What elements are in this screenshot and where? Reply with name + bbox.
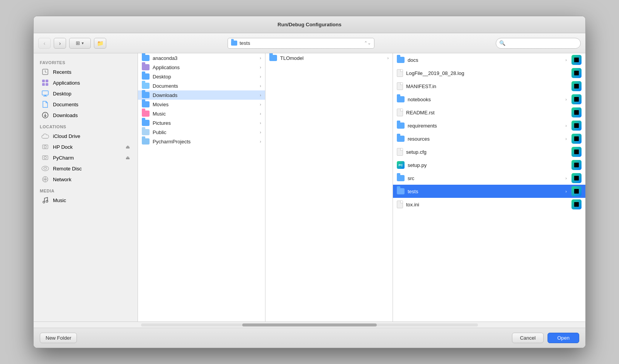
cancel-button[interactable]: Cancel bbox=[512, 333, 544, 343]
sidebar-item-recents[interactable]: Recents bbox=[35, 66, 136, 77]
svg-point-16 bbox=[42, 166, 49, 171]
list-item[interactable]: anaconda3 › bbox=[138, 53, 265, 63]
pycharm-badge-icon bbox=[571, 186, 582, 196]
item-label: Public bbox=[153, 129, 257, 135]
sidebar-icloud-label: iCloud Drive bbox=[53, 133, 80, 139]
search-input[interactable] bbox=[507, 40, 577, 46]
sidebar: Favorites Recents Applications Desktop bbox=[34, 53, 138, 321]
list-item[interactable]: setup.cfg bbox=[393, 145, 585, 158]
item-label: setup.py bbox=[408, 162, 567, 168]
pycharm-eject-icon[interactable]: ⏏ bbox=[126, 155, 130, 160]
item-label: Applications bbox=[153, 65, 257, 70]
folder-icon bbox=[142, 101, 150, 107]
item-label: resources bbox=[408, 136, 562, 142]
chevron-right-icon: › bbox=[260, 56, 261, 60]
list-item[interactable]: PC setup.py bbox=[393, 158, 585, 172]
toolbar: ‹ › ⊞ ▼ 📁 tests ⌃⌄ 🔍 bbox=[34, 33, 585, 53]
sidebar-item-music[interactable]: Music bbox=[35, 195, 136, 206]
list-item[interactable]: requirements › bbox=[393, 119, 585, 132]
list-item[interactable]: Applications › bbox=[138, 63, 265, 72]
folder-icon bbox=[269, 55, 277, 61]
list-item[interactable]: Downloads › bbox=[138, 90, 265, 100]
folder-icon bbox=[397, 57, 405, 63]
sidebar-downloads-label: Downloads bbox=[53, 112, 78, 118]
recents-icon bbox=[41, 68, 49, 76]
item-label: src bbox=[408, 175, 562, 181]
item-label: requirements bbox=[408, 123, 562, 129]
sidebar-item-documents[interactable]: Documents bbox=[35, 99, 136, 110]
item-label: Pictures bbox=[153, 120, 257, 126]
chevron-right-icon: › bbox=[260, 121, 261, 125]
list-item[interactable]: Public › bbox=[138, 128, 265, 137]
list-item[interactable]: README.rst bbox=[393, 106, 585, 119]
item-label: Music bbox=[153, 111, 257, 117]
sidebar-item-icloud[interactable]: iCloud Drive bbox=[35, 131, 136, 141]
list-item[interactable]: TLOmodel › bbox=[265, 53, 393, 63]
open-button[interactable]: Open bbox=[548, 333, 579, 343]
location-picker[interactable]: tests ⌃⌄ bbox=[228, 38, 374, 49]
forward-button[interactable]: › bbox=[54, 38, 66, 49]
back-button[interactable]: ‹ bbox=[38, 38, 51, 49]
list-item[interactable]: notebooks › bbox=[393, 93, 585, 106]
item-label: PycharmProjects bbox=[153, 139, 257, 145]
view-toggle-button[interactable]: ⊞ ▼ bbox=[69, 38, 91, 49]
chevron-right-icon: › bbox=[565, 58, 567, 62]
item-label: MANIFEST.in bbox=[406, 83, 567, 89]
location-arrows-icon: ⌃⌄ bbox=[364, 41, 371, 46]
chevron-right-icon: › bbox=[565, 176, 567, 180]
columns-area: anaconda3 › Applications › Desktop › bbox=[138, 53, 585, 321]
documents-icon bbox=[41, 100, 49, 108]
sidebar-documents-label: Documents bbox=[53, 102, 78, 107]
horizontal-scrollbar[interactable] bbox=[34, 321, 585, 328]
sidebar-item-remotedisc[interactable]: Remote Disc bbox=[35, 163, 136, 174]
list-item[interactable]: LogFile__2019_08_28.log bbox=[393, 66, 585, 80]
list-item[interactable]: src › bbox=[393, 172, 585, 185]
sidebar-item-desktop[interactable]: Desktop bbox=[35, 88, 136, 99]
list-item[interactable]: tox.ini bbox=[393, 198, 585, 211]
file-icon bbox=[397, 109, 403, 116]
sidebar-desktop-label: Desktop bbox=[53, 91, 71, 97]
sidebar-item-network[interactable]: Network bbox=[35, 174, 136, 185]
list-item[interactable]: Desktop › bbox=[138, 72, 265, 81]
location-folder-icon bbox=[231, 41, 237, 46]
svg-rect-4 bbox=[46, 80, 48, 82]
sidebar-item-hpdock[interactable]: HP Dock ⏏ bbox=[35, 141, 136, 152]
list-item[interactable]: MANIFEST.in bbox=[393, 80, 585, 93]
list-item[interactable]: Music › bbox=[138, 109, 265, 118]
file-icon bbox=[397, 69, 403, 77]
list-item[interactable]: Movies › bbox=[138, 100, 265, 109]
svg-rect-3 bbox=[42, 80, 45, 82]
list-item[interactable]: Pictures › bbox=[138, 118, 265, 128]
pycharm-badge-icon bbox=[571, 107, 582, 117]
locations-header: Locations bbox=[34, 121, 138, 131]
list-item[interactable]: tests › bbox=[393, 185, 585, 198]
sidebar-item-pycharm[interactable]: PyCharm ⏏ bbox=[35, 152, 136, 163]
list-item[interactable]: resources › bbox=[393, 132, 585, 145]
svg-rect-6 bbox=[46, 83, 48, 86]
new-folder-button[interactable]: New Folder bbox=[40, 333, 77, 343]
pycharm-badge-icon bbox=[571, 160, 582, 170]
chevron-right-icon: › bbox=[260, 65, 261, 70]
file-icon bbox=[397, 82, 403, 90]
downloads-icon bbox=[41, 111, 49, 119]
list-item[interactable]: docs › bbox=[393, 53, 585, 66]
sidebar-item-downloads[interactable]: Downloads bbox=[35, 110, 136, 121]
new-folder-toolbar-button[interactable]: 📁 bbox=[94, 38, 106, 49]
folder-icon bbox=[397, 175, 405, 181]
hpdock-eject-icon[interactable]: ⏏ bbox=[126, 144, 130, 150]
svg-rect-8 bbox=[44, 95, 46, 96]
list-item[interactable]: PycharmProjects › bbox=[138, 137, 265, 146]
pycharm-drive-icon bbox=[41, 154, 49, 162]
main-content: Favorites Recents Applications Desktop bbox=[34, 53, 585, 321]
chevron-right-icon: › bbox=[260, 93, 261, 97]
chevron-down-icon: ▼ bbox=[81, 41, 85, 45]
svg-rect-7 bbox=[42, 91, 48, 95]
item-label: tests bbox=[408, 189, 562, 194]
list-item[interactable]: Documents › bbox=[138, 81, 265, 90]
remotedisc-icon bbox=[41, 165, 49, 172]
search-icon: 🔍 bbox=[499, 40, 505, 46]
chevron-right-icon: › bbox=[260, 130, 261, 134]
sidebar-item-applications[interactable]: Applications bbox=[35, 77, 136, 88]
item-label: docs bbox=[408, 57, 562, 63]
dialog-window: Run/Debug Configurations ‹ › ⊞ ▼ 📁 tests… bbox=[33, 16, 586, 348]
